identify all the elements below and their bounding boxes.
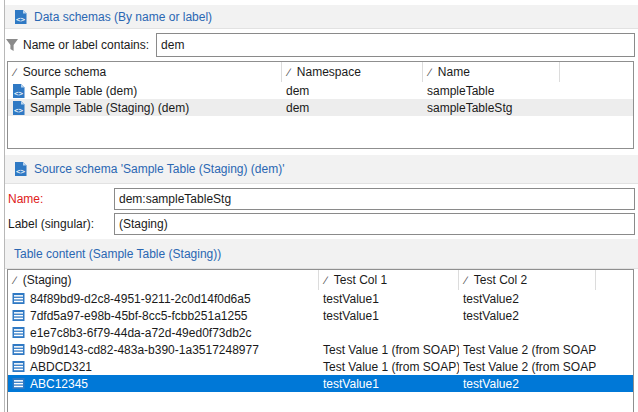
table-rows-icon xyxy=(12,377,25,390)
table-rows-icon xyxy=(12,343,25,356)
schema-table-row[interactable]: <>Sample Table (Staging) (dem)demsampleT… xyxy=(8,99,633,116)
key-cell: ABDCD321 xyxy=(8,360,319,374)
name-input[interactable] xyxy=(114,188,635,210)
column-header-namespace[interactable]: ∕ Namespace xyxy=(282,62,423,82)
filter-funnel-icon xyxy=(5,38,19,52)
filter-input[interactable] xyxy=(156,33,635,57)
key-cell: e1e7c8b3-6f79-44da-a72d-49ed0f73db2c xyxy=(8,326,319,340)
section-title-data-schemas: Data schemas (By name or label) xyxy=(34,10,212,24)
schemas-table-header: ∕ Source schema ∕ Namespace ∕ Name xyxy=(8,62,633,82)
schemas-table: ∕ Source schema ∕ Namespace ∕ Name <>Sam… xyxy=(7,61,634,149)
schemas-table-body: <>Sample Table (dem)demsampleTable<>Samp… xyxy=(8,82,633,116)
label-singular-field-label: Label (singular): xyxy=(8,217,94,231)
schema-table-row[interactable]: <>Sample Table (dem)demsampleTable xyxy=(8,82,633,99)
column-header-empty xyxy=(596,270,633,290)
content-table-row[interactable]: e1e7c8b3-6f79-44da-a72d-49ed0f73db2c xyxy=(8,324,633,341)
key-cell: <>Sample Table (dem) xyxy=(8,84,282,98)
key-cell: ABC12345 xyxy=(8,377,319,391)
svg-text:<>: <> xyxy=(14,88,24,97)
sort-slash-icon: ∕ xyxy=(14,66,16,78)
column-header-source-schema[interactable]: ∕ Source schema xyxy=(8,62,282,82)
filter-label: Name or label contains: xyxy=(23,38,149,52)
content-table-row[interactable]: 84f89bd9-d2c8-4951-9211-2c0d14f0d6a5test… xyxy=(8,290,633,307)
content-table-row[interactable]: b9b9d143-cd82-483a-b390-1a3517248977Test… xyxy=(8,341,633,358)
key-cell: 7dfd5a97-e98b-45bf-8cc5-fcbb251a1255 xyxy=(8,309,319,323)
panel-left-border xyxy=(4,0,5,412)
svg-text:<>: <> xyxy=(14,105,24,114)
schema-document-icon: <> xyxy=(12,101,25,115)
section-header-table-content: Table content (Sample Table (Staging)) xyxy=(5,239,638,269)
table-content-table: ∕ (Staging) ∕ Test Col 1 ∕ Test Col 2 84… xyxy=(7,269,634,412)
sort-slash-icon: ∕ xyxy=(325,274,327,286)
schema-document-icon: <> xyxy=(14,10,27,24)
section-header-data-schemas: <> Data schemas (By name or label) xyxy=(5,5,638,29)
schema-document-icon: <> xyxy=(14,162,27,176)
data-schemas-window: <> Data schemas (By name or label) Name … xyxy=(0,0,638,412)
content-table-row[interactable]: ABDCD321Test Value 1 (from SOAP)Test Val… xyxy=(8,358,633,375)
section-title-table-content: Table content (Sample Table (Staging)) xyxy=(14,247,221,261)
sort-slash-icon: ∕ xyxy=(429,66,431,78)
table-rows-icon xyxy=(12,309,25,322)
key-cell: 84f89bd9-d2c8-4951-9211-2c0d14f0d6a5 xyxy=(8,292,319,306)
table-content-body: 84f89bd9-d2c8-4951-9211-2c0d14f0d6a5test… xyxy=(8,290,633,392)
table-rows-icon xyxy=(12,292,25,305)
section-header-source-schema: <> Source schema 'Sample Table (Staging)… xyxy=(5,155,638,184)
label-singular-input[interactable] xyxy=(114,213,635,235)
sort-slash-icon: ∕ xyxy=(14,274,16,286)
sort-slash-icon: ∕ xyxy=(465,274,467,286)
name-field-label: Name: xyxy=(8,192,43,206)
content-table-row[interactable]: 7dfd5a97-e98b-45bf-8cc5-fcbb251a1255test… xyxy=(8,307,633,324)
svg-text:<>: <> xyxy=(16,167,26,176)
sort-slash-icon: ∕ xyxy=(288,66,290,78)
column-header-staging[interactable]: ∕ (Staging) xyxy=(8,270,319,290)
column-header-test-col-1[interactable]: ∕ Test Col 1 xyxy=(319,270,459,290)
table-content-header: ∕ (Staging) ∕ Test Col 1 ∕ Test Col 2 xyxy=(8,270,633,290)
column-header-empty xyxy=(560,62,633,82)
filter-row: Name or label contains: xyxy=(5,33,635,57)
table-rows-icon xyxy=(12,360,25,373)
column-header-test-col-2[interactable]: ∕ Test Col 2 xyxy=(459,270,596,290)
key-cell: b9b9d143-cd82-483a-b390-1a3517248977 xyxy=(8,343,319,357)
key-cell: <>Sample Table (Staging) (dem) xyxy=(8,101,282,115)
content-table-row[interactable]: ABC12345testValue1testValue2 xyxy=(8,375,633,392)
schema-document-icon: <> xyxy=(12,84,25,98)
section-title-source-schema: Source schema 'Sample Table (Staging) (d… xyxy=(34,162,284,176)
column-header-name[interactable]: ∕ Name xyxy=(423,62,560,82)
table-rows-icon xyxy=(12,326,25,339)
svg-text:<>: <> xyxy=(16,14,26,23)
